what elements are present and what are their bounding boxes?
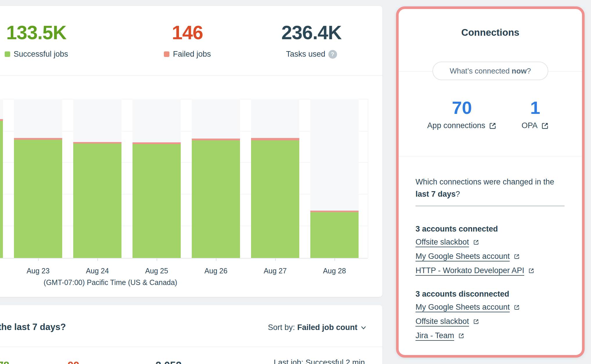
- x-axis-tick: [38, 258, 39, 261]
- successful-jobs-segment: [132, 144, 181, 258]
- legend-square-icon: [5, 51, 10, 57]
- successful-jobs-segment: [251, 140, 299, 258]
- chart-bar[interactable]: [14, 138, 62, 258]
- connections-title: Connections: [399, 27, 582, 38]
- recipe-last-job-status: Last job: Successful 2 min: [274, 358, 365, 364]
- x-axis-tick: [275, 258, 276, 261]
- panel-divider: [0, 347, 382, 347]
- external-link-icon: [458, 333, 464, 339]
- external-link-icon: [514, 304, 520, 310]
- connection-link-text: Offsite slackbot: [416, 317, 469, 326]
- pill-text-suffix: ?: [527, 67, 531, 76]
- external-link-icon: [489, 122, 497, 130]
- x-axis-label: Aug 28: [305, 267, 364, 275]
- recipes-heading-fragment: the last 7 days?: [0, 322, 66, 332]
- external-link-icon: [541, 122, 549, 130]
- connections-card: Connections What’s connected now ? 70App…: [396, 6, 585, 358]
- chart-bar[interactable]: [192, 139, 240, 258]
- x-axis-tick: [97, 258, 98, 261]
- accounts-heading: 3 accounts disconnected: [416, 290, 573, 298]
- chart-bar[interactable]: [0, 119, 3, 258]
- recipe-tasks-count: 2,052: [155, 360, 182, 364]
- pill-text: What’s connected: [450, 67, 510, 76]
- connection-link-text: Jira - Team: [416, 331, 454, 340]
- accounts-connected-section: 3 accounts connectedOffsite slackbotMy G…: [416, 225, 573, 278]
- stat-label: Tasks used: [286, 50, 325, 59]
- x-axis-label: Aug 25: [127, 267, 186, 275]
- metric-link[interactable]: OPA: [499, 121, 571, 130]
- recipes-panel-card: the last 7 days? Sort by: Failed job cou…: [0, 305, 382, 364]
- chart-bar[interactable]: [310, 211, 359, 258]
- sort-by-value: Failed job count: [297, 323, 357, 332]
- x-axis-tick: [334, 258, 335, 261]
- metric-label-text: App connections: [427, 121, 485, 130]
- connection-link[interactable]: My Google Sheets account: [416, 249, 573, 263]
- x-axis-label: Aug 26: [186, 267, 246, 275]
- question-icon[interactable]: ?: [328, 50, 337, 59]
- successful-jobs-segment: [192, 140, 240, 258]
- chart-bar[interactable]: [73, 142, 121, 258]
- external-link-icon: [514, 253, 520, 259]
- recipe-failed-count: 99: [68, 360, 79, 364]
- stat-label: Successful jobs: [14, 50, 68, 59]
- successful-jobs-segment: [0, 121, 3, 258]
- connection-link[interactable]: Offsite slackbot: [416, 235, 573, 249]
- connection-link[interactable]: HTTP - Workato Developer API: [416, 263, 573, 278]
- connection-link[interactable]: Offsite slackbot: [416, 314, 573, 329]
- failed-jobs-segment: [251, 138, 299, 140]
- metric-value: 1: [499, 97, 571, 119]
- external-link-icon: [473, 318, 479, 324]
- stat-legend: Successful jobs: [0, 50, 86, 59]
- successful-jobs-segment: [310, 212, 359, 258]
- stat-label: Failed jobs: [173, 50, 211, 59]
- successful-jobs-segment: [73, 144, 121, 258]
- stat-value: 236.4K: [262, 20, 361, 45]
- x-axis-label: Aug 24: [68, 267, 127, 275]
- pill-text-bold: now: [512, 67, 527, 76]
- accounts-heading: 3 accounts connected: [416, 225, 573, 233]
- connection-link[interactable]: My Google Sheets account: [416, 300, 573, 314]
- x-axis-tick: [216, 258, 216, 261]
- sort-by-label: Sort by:: [268, 323, 295, 332]
- external-link-icon: [473, 239, 479, 245]
- whats-connected-pill: What’s connected now ?: [432, 62, 548, 80]
- recipe-successful-count: 78: [0, 360, 9, 364]
- successful-jobs-segment: [14, 140, 62, 258]
- question-underline: [416, 206, 565, 206]
- metric-label-text: OPA: [522, 121, 538, 130]
- connections-question: Which connections were changed in the la…: [416, 176, 564, 200]
- connection-link-text: HTTP - Workato Developer API: [416, 266, 524, 275]
- sort-by-dropdown[interactable]: Sort by: Failed job count: [268, 323, 367, 332]
- stat-legend: Tasks used?: [262, 50, 361, 59]
- chevron-down-icon: [360, 324, 367, 331]
- external-link-icon: [528, 268, 534, 274]
- stat-successful-jobs: 133.5KSuccessful jobs: [0, 20, 86, 59]
- connection-link-text: Offsite slackbot: [416, 238, 469, 247]
- metric-opa: 1OPA: [499, 97, 571, 130]
- stats-divider: [0, 75, 382, 76]
- connection-link-text: My Google Sheets account: [416, 252, 510, 261]
- chart-right-edge: [368, 99, 368, 258]
- stat-legend: Failed jobs: [138, 50, 237, 59]
- stat-failed-jobs: 146Failed jobs: [138, 20, 237, 59]
- stat-value: 146: [138, 20, 237, 45]
- connection-link[interactable]: Jira - Team: [416, 329, 573, 343]
- x-axis-label: Aug 23: [8, 267, 68, 275]
- legend-square-icon: [164, 51, 169, 57]
- accounts-disconnected-section: 3 accounts disconnectedMy Google Sheets …: [416, 290, 573, 343]
- x-axis-label: Aug 27: [246, 267, 305, 275]
- jobs-summary-card: 133.5KSuccessful jobs146Failed jobs236.4…: [0, 6, 382, 297]
- x-axis-tick: [157, 258, 157, 261]
- section-divider: [399, 156, 582, 156]
- chart-baseline: [0, 258, 368, 259]
- chart-bar[interactable]: [251, 138, 299, 258]
- connection-link-text: My Google Sheets account: [416, 303, 510, 312]
- stat-value: 133.5K: [0, 20, 86, 45]
- timezone-note: (GMT-07:00) Pacific Time (US & Canada): [23, 278, 198, 287]
- stat-tasks-used: 236.4KTasks used?: [262, 20, 361, 59]
- chart-bar[interactable]: [132, 142, 181, 258]
